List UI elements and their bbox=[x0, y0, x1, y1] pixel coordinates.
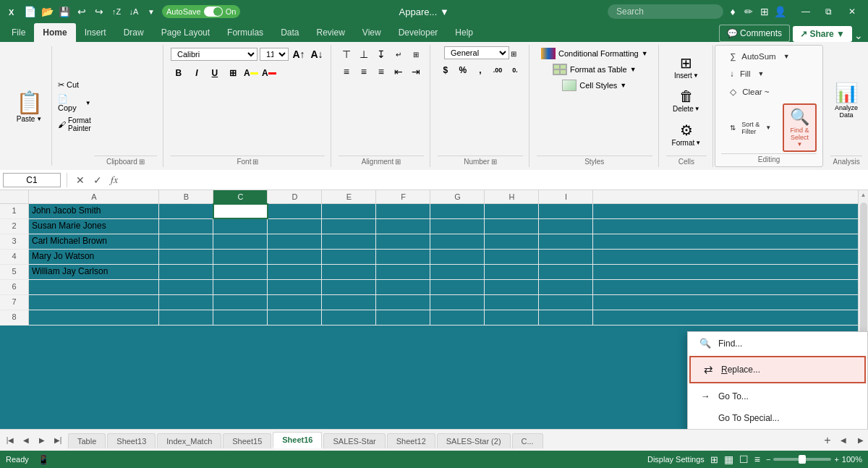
search-input[interactable] bbox=[608, 4, 723, 19]
add-sheet-button[interactable]: + bbox=[819, 432, 836, 449]
cell-styles-button[interactable]: Cell Styles ▼ bbox=[558, 78, 631, 93]
cell-c8[interactable] bbox=[213, 310, 268, 325]
cell-i3[interactable] bbox=[539, 234, 593, 249]
new-icon[interactable]: 📄 bbox=[23, 5, 36, 18]
undo-icon[interactable]: ↩ bbox=[75, 5, 88, 18]
cell-e1[interactable] bbox=[322, 204, 376, 218]
autosum-button[interactable]: ∑ AutoSum ▼ bbox=[721, 48, 798, 64]
tab-share[interactable]: ↗ Share ▼ bbox=[793, 26, 852, 42]
replace-item[interactable]: ⇄ Replace... bbox=[689, 356, 866, 383]
merge-button[interactable]: ⊞ bbox=[408, 46, 424, 62]
cell-g3[interactable] bbox=[430, 234, 485, 249]
save-icon[interactable]: 💾 bbox=[58, 5, 71, 18]
col-header-e[interactable]: E bbox=[322, 190, 376, 203]
cell-f2[interactable] bbox=[376, 219, 430, 234]
fill-button[interactable]: ↓ Fill ▼ bbox=[721, 66, 773, 82]
tab-last-icon[interactable]: ▶| bbox=[51, 433, 65, 448]
cell-f8[interactable] bbox=[376, 310, 430, 325]
cell-b5[interactable] bbox=[159, 265, 213, 279]
sheet-tab-sales-star[interactable]: SALES-Star bbox=[323, 433, 385, 448]
cell-i8[interactable] bbox=[539, 310, 593, 325]
sheet-tab-sheet13[interactable]: Sheet13 bbox=[107, 433, 156, 448]
cell-i2[interactable] bbox=[539, 219, 593, 234]
bold-button[interactable]: B bbox=[171, 65, 187, 81]
cell-b8[interactable] bbox=[159, 310, 213, 325]
cell-a2[interactable]: Susan Marie Jones bbox=[29, 219, 159, 234]
cell-i7[interactable] bbox=[539, 295, 593, 310]
insert-cells-button[interactable]: ⊞ Insert ▼ bbox=[668, 51, 705, 82]
page-break-view-icon[interactable]: ≡ bbox=[754, 454, 760, 465]
tab-home[interactable]: Home bbox=[34, 23, 75, 42]
cell-a6[interactable] bbox=[29, 280, 159, 294]
comma-button[interactable]: , bbox=[472, 62, 488, 78]
clipboard-expand-icon[interactable]: ⊞ bbox=[139, 158, 145, 166]
cell-h8[interactable] bbox=[485, 310, 539, 325]
redo-icon[interactable]: ↪ bbox=[93, 5, 106, 18]
format-painter-button[interactable]: 🖌 Format Painter bbox=[55, 115, 94, 134]
windows-icon[interactable]: ⊞ bbox=[758, 5, 771, 18]
diamond-icon[interactable]: ♦ bbox=[726, 5, 739, 18]
cell-d3[interactable] bbox=[268, 234, 322, 249]
minimize-button[interactable]: — bbox=[796, 4, 816, 20]
pen-icon[interactable]: ✏ bbox=[742, 5, 755, 18]
cell-g1[interactable] bbox=[430, 204, 485, 218]
cell-e6[interactable] bbox=[322, 280, 376, 294]
sheet-tab-c[interactable]: C... bbox=[512, 433, 543, 448]
user-icon[interactable]: 👤 bbox=[774, 5, 787, 18]
paste-button[interactable]: 📋 Paste ▼ bbox=[12, 46, 47, 166]
cut-button[interactable]: ✂ Cut bbox=[55, 79, 94, 91]
cell-e5[interactable] bbox=[322, 265, 376, 279]
col-header-h[interactable]: H bbox=[485, 190, 539, 203]
align-middle-button[interactable]: ⊥ bbox=[356, 46, 372, 62]
cell-a3[interactable]: Carl Michael Brown bbox=[29, 234, 159, 249]
cell-c4[interactable] bbox=[213, 250, 268, 264]
col-header-b[interactable]: B bbox=[159, 190, 213, 203]
cell-a1[interactable]: John Jacob Smith bbox=[29, 204, 159, 218]
cell-h6[interactable] bbox=[485, 280, 539, 294]
number-format-select[interactable]: General bbox=[444, 46, 509, 59]
align-top-button[interactable]: ⊤ bbox=[339, 46, 354, 62]
cell-i6[interactable] bbox=[539, 280, 593, 294]
cell-g4[interactable] bbox=[430, 250, 485, 264]
cell-f4[interactable] bbox=[376, 250, 430, 264]
align-right-button[interactable]: ≡ bbox=[373, 64, 389, 80]
goto-special-item[interactable]: Go To Special... bbox=[688, 407, 867, 429]
goto-item[interactable]: → Go To... bbox=[688, 385, 867, 407]
cell-e7[interactable] bbox=[322, 295, 376, 310]
wrap-text-button[interactable]: ↵ bbox=[391, 46, 407, 62]
delete-cells-button[interactable]: 🗑 Delete ▼ bbox=[667, 85, 706, 116]
format-cells-button[interactable]: ⚙ Format ▼ bbox=[666, 119, 707, 150]
cell-g2[interactable] bbox=[430, 219, 485, 234]
indent-inc-button[interactable]: ⇥ bbox=[408, 64, 424, 80]
cell-b1[interactable] bbox=[159, 204, 213, 218]
tab-comments[interactable]: 💬 Comments bbox=[719, 25, 790, 42]
cell-g6[interactable] bbox=[430, 280, 485, 294]
find-item[interactable]: 🔍 Find... bbox=[688, 332, 867, 354]
sort-filter-button[interactable]: ⇅ Sort &Filter ▼ bbox=[721, 117, 780, 139]
font-size-select[interactable]: 11 bbox=[260, 48, 289, 61]
cell-a7[interactable] bbox=[29, 295, 159, 310]
format-as-table-button[interactable]: Format as Table ▼ bbox=[548, 62, 641, 77]
zoom-out-icon[interactable]: − bbox=[766, 455, 770, 464]
restore-button[interactable]: ⧉ bbox=[819, 4, 839, 20]
cell-i4[interactable] bbox=[539, 250, 593, 264]
cell-b7[interactable] bbox=[159, 295, 213, 310]
font-color-button[interactable]: A bbox=[261, 65, 277, 81]
cell-d5[interactable] bbox=[268, 265, 322, 279]
cell-f6[interactable] bbox=[376, 280, 430, 294]
cell-c6[interactable] bbox=[213, 280, 268, 294]
conditional-formatting-button[interactable]: Conditional Formatting ▼ bbox=[537, 46, 652, 61]
tab-help[interactable]: Help bbox=[446, 23, 482, 42]
cell-h7[interactable] bbox=[485, 295, 539, 310]
confirm-formula-icon[interactable]: ✓ bbox=[90, 174, 105, 186]
indent-dec-button[interactable]: ⇤ bbox=[391, 64, 407, 80]
cell-f3[interactable] bbox=[376, 234, 430, 249]
sort-asc-icon[interactable]: ↑Z bbox=[110, 5, 123, 18]
cell-c5[interactable] bbox=[213, 265, 268, 279]
cell-b2[interactable] bbox=[159, 219, 213, 234]
col-header-f[interactable]: F bbox=[376, 190, 430, 203]
analyze-data-button[interactable]: 📊 AnalyzeData bbox=[830, 79, 862, 122]
cell-b6[interactable] bbox=[159, 280, 213, 294]
sheet-tab-sheet15[interactable]: Sheet15 bbox=[223, 433, 271, 448]
cell-h2[interactable] bbox=[485, 219, 539, 234]
